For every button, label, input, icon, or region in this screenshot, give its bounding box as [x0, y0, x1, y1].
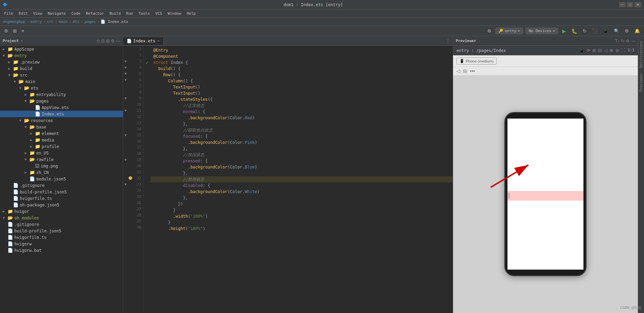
debug-button[interactable]: 🐛: [570, 28, 579, 35]
notifications-button[interactable]: 🔔: [633, 28, 641, 34]
search-everywhere-button[interactable]: 🔍: [613, 28, 621, 34]
tree-item-buildprofile2[interactable]: 📄 build-profile.json5: [0, 228, 123, 234]
tree-item-zh-cn[interactable]: ▶ 📁 zh_CN: [0, 169, 123, 176]
preview-layout-btn[interactable]: ⊞: [592, 48, 596, 53]
preview-close-btn[interactable]: —: [631, 39, 635, 43]
breadcrumb-entry[interactable]: entry: [30, 19, 42, 24]
tree-item-profile[interactable]: ▶ 📁 profile: [0, 143, 123, 150]
preview-back-btn[interactable]: ◁: [604, 48, 607, 53]
tree-item-resources[interactable]: ▼ 📂 resources: [0, 117, 123, 124]
tree-item-gitignore2[interactable]: 📄 .gitignore: [0, 221, 123, 228]
no-devices-selector[interactable]: No Devices ▾: [526, 28, 558, 34]
tree-item-imgpng[interactable]: 🖼 img.png: [0, 163, 123, 169]
menu-tools[interactable]: Tools: [136, 11, 153, 16]
menu-build[interactable]: Build: [107, 11, 124, 16]
stop-button[interactable]: ⬛: [591, 28, 599, 34]
tree-item-modulejson[interactable]: 📄 module.json5: [0, 176, 123, 182]
menu-edit[interactable]: Edit: [16, 11, 31, 16]
preview-rotate-btn[interactable]: ⟳: [587, 48, 590, 53]
tree-item-element[interactable]: ▶ 📁 element: [0, 130, 123, 137]
fold-icon[interactable]: ▼: [125, 109, 127, 112]
fold-icon[interactable]: ▼: [125, 72, 127, 76]
menu-navigate[interactable]: Navigate: [45, 11, 69, 16]
tree-item-hvigorw[interactable]: 📄 hvigorw: [0, 241, 123, 247]
tree-item-entryability[interactable]: ▶ 📁 entryability: [0, 91, 123, 98]
device-manager-button[interactable]: 📱: [602, 28, 610, 34]
menu-code[interactable]: Code: [68, 11, 83, 16]
run-button[interactable]: ▶: [561, 28, 567, 35]
fold-icon[interactable]: ▼: [125, 66, 127, 69]
layout-button[interactable]: ⊞: [12, 28, 18, 34]
tree-item-buildprofile[interactable]: 📄 build-profile.json5: [0, 189, 123, 195]
menu-file[interactable]: File: [1, 11, 16, 16]
fold-icon[interactable]: ▼: [125, 59, 127, 63]
settings-icon-btn[interactable]: ⚙: [486, 28, 493, 34]
fold-icon[interactable]: ▼: [125, 182, 127, 186]
tree-item-preview[interactable]: ▶ 📁 .preview: [0, 59, 123, 65]
menu-window[interactable]: Window: [165, 11, 184, 16]
tree-item-appscope[interactable]: ▶ 📁 AppScope: [0, 46, 123, 52]
fold-icon[interactable]: ▼: [125, 158, 127, 162]
entry-selector[interactable]: 🔑 entry ▾: [495, 28, 523, 34]
title-bar-controls[interactable]: ─ □ ✕: [619, 2, 641, 7]
sidebar-dropdown-icon[interactable]: ▾: [21, 39, 23, 43]
breadcrumb-ets[interactable]: ets: [73, 19, 79, 24]
sync-button[interactable]: ↻: [581, 28, 588, 34]
tree-item-rawfile[interactable]: ▼ 📂 rawfile: [0, 156, 123, 163]
tree-item-ets[interactable]: ▼ 📂 ets: [0, 85, 123, 91]
code-area[interactable]: @Entry @Component struct Index { build()…: [151, 46, 453, 313]
sidebar-close-btn[interactable]: —: [116, 39, 120, 43]
fold-icon[interactable]: ▼: [125, 78, 127, 82]
menu-help[interactable]: Help: [184, 11, 199, 16]
phone-type-button[interactable]: 📱 Phone (medium): [456, 57, 497, 65]
tree-item-src[interactable]: ▼ 📂 src: [0, 72, 123, 78]
preview-font-btn[interactable]: T↕: [615, 39, 620, 43]
menu-view[interactable]: View: [30, 11, 45, 16]
breadcrumb-pages[interactable]: pages: [85, 19, 96, 24]
locate-btn[interactable]: ⊙: [96, 39, 100, 43]
maximize-button[interactable]: □: [627, 2, 633, 7]
breadcrumb-main[interactable]: main: [59, 19, 68, 24]
tree-item-entry[interactable]: ▼ 📂 entry: [0, 52, 123, 59]
fold-icon[interactable]: ▼: [125, 133, 127, 137]
menu-vcs[interactable]: VCS: [153, 11, 165, 16]
settings2-button[interactable]: ⚙: [623, 28, 630, 34]
tree-item-main[interactable]: ▼ 📂 main: [0, 78, 123, 85]
menu-run[interactable]: Run: [124, 11, 136, 16]
tree-item-indexets[interactable]: 📄 Index.ets: [0, 111, 123, 117]
tree-item-pages[interactable]: ▼ 📂 pages: [0, 98, 123, 104]
tree-item-base[interactable]: ▼ 📂 base: [0, 124, 123, 130]
sidebar-settings-btn[interactable]: ⚙: [111, 39, 115, 43]
previewer-panel-label[interactable]: Previewer: [639, 71, 644, 94]
preview-zoom-in-btn[interactable]: ⊕: [609, 48, 613, 53]
tab-index-ets[interactable]: 📄 Index.ets ✕: [123, 37, 164, 45]
breadcrumb-file[interactable]: 📄 Index.ets: [101, 19, 128, 24]
tree-item-hvigorwbat[interactable]: 📄 hvigorw.bat: [0, 247, 123, 254]
preview-device-view-btn[interactable]: 📱: [579, 48, 584, 53]
tree-item-hvigorfile2[interactable]: 📄 hvigorfile.ts: [0, 234, 123, 241]
editor-tab-more[interactable]: ⋮: [443, 37, 453, 45]
preview-refresh-btn[interactable]: ↻: [621, 39, 624, 43]
nav-split-btn[interactable]: ⊟: [463, 68, 467, 74]
tree-item-en-us[interactable]: ▶ 📁 en_US: [0, 150, 123, 156]
preview-settings-btn[interactable]: ⚙: [626, 39, 630, 43]
breadcrumb-src[interactable]: src: [47, 19, 54, 24]
fold-icon[interactable]: ▼: [125, 96, 127, 100]
close-button[interactable]: ✕: [634, 2, 641, 7]
tree-item-oh-modules[interactable]: ▼ 📂 oh_modules: [0, 215, 123, 221]
preview-layout2-btn[interactable]: ⊟: [598, 48, 602, 53]
nav-more-btn[interactable]: •••: [470, 68, 475, 74]
nav-back-btn[interactable]: ◁: [456, 68, 460, 74]
tree-item-hvigor[interactable]: ▶ 📁 hvigor: [0, 208, 123, 215]
tab-close-btn[interactable]: ✕: [157, 39, 160, 43]
tree-item-media[interactable]: ▶ 📁 media: [0, 137, 123, 143]
settings-button[interactable]: ⚙: [3, 28, 10, 34]
minimize-button[interactable]: ─: [619, 2, 626, 7]
tree-item-gitignore1[interactable]: 📄 .gitignore: [0, 182, 123, 189]
notifications-panel-label[interactable]: Notifications: [639, 39, 644, 70]
expand-all-btn[interactable]: ⊞: [106, 39, 110, 43]
breadcrumb-app[interactable]: ongmengApp: [3, 19, 25, 24]
tree-item-build[interactable]: ▶ 📁 build: [0, 65, 123, 72]
tree-item-hvigorfile-ts[interactable]: 📄 hvigorfile.ts: [0, 195, 123, 202]
collapse-all-btn[interactable]: ⊟: [101, 39, 105, 43]
